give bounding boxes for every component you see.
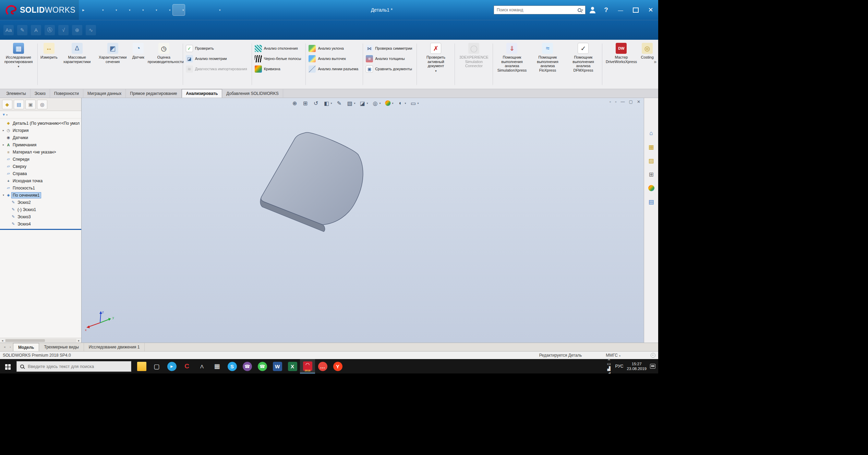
dropdown-caret-icon[interactable] <box>366 102 368 105</box>
doc-close-icon[interactable]: ✕ <box>637 99 640 104</box>
filter-funnel-icon[interactable] <box>2 113 8 116</box>
rebuild-button[interactable] <box>186 4 196 15</box>
model-loft-body[interactable] <box>82 98 644 343</box>
tree-item-right-plane[interactable]: Справа <box>0 170 81 177</box>
search-icon[interactable] <box>578 8 581 12</box>
dropdown-caret-icon[interactable] <box>156 9 157 12</box>
ribbon-button-compare-documents[interactable]: Сравнить документы <box>364 64 415 74</box>
tree-item-sketch4[interactable]: Эскиз4 <box>0 220 81 228</box>
tree-item-sensors[interactable]: Датчики <box>0 134 81 141</box>
window-maximize-button[interactable] <box>628 0 643 20</box>
whatsapp[interactable] <box>255 359 270 373</box>
display-manager-tab[interactable] <box>37 100 47 109</box>
ribbon-button-driveworksxpress[interactable]: Мастер DriveWorksXpress <box>603 41 639 64</box>
tab-motion-study-1[interactable]: Исследование движения 1 <box>84 343 145 351</box>
view-palette-tab[interactable] <box>646 169 657 180</box>
ribbon-button-parting-line-analysis[interactable]: Анализ линии разъема <box>307 64 362 74</box>
hidden-apps[interactable] <box>194 359 209 373</box>
action-center-icon[interactable] <box>650 364 655 369</box>
tree-item-front-plane[interactable]: Спереди <box>0 156 81 163</box>
appearances-tab[interactable] <box>646 183 657 193</box>
ribbon-button-symmetry-check[interactable]: Проверка симметрии <box>364 43 415 53</box>
ribbon-button-deviation-analysis[interactable]: Анализ отклонения <box>253 43 305 53</box>
property-manager-tab[interactable] <box>14 100 24 109</box>
ribbon-button-zebra-stripes[interactable]: Черно-белые полосы <box>253 53 305 64</box>
ribbon-overflow-icon[interactable]: » <box>654 59 656 64</box>
ribbon-button-sensor[interactable]: Датчик <box>131 41 146 60</box>
tree-item-plane1[interactable]: Плоскость1 <box>0 184 81 192</box>
tree-item-part[interactable]: Деталь1 (По умолчанию<<По умол <box>0 120 81 127</box>
tray-network[interactable] <box>606 366 612 371</box>
solidworks[interactable]: 2018 <box>300 359 315 373</box>
window-minimize-button[interactable] <box>613 0 628 20</box>
zoom-area-button[interactable] <box>301 99 309 107</box>
store[interactable] <box>149 359 164 373</box>
dropdown-caret-icon[interactable] <box>354 102 355 105</box>
feature-manager-tab[interactable] <box>2 100 12 109</box>
file-explorer[interactable] <box>134 359 149 373</box>
ribbon-button-draft-analysis[interactable]: Анализ уклона <box>307 43 362 53</box>
dropdown-caret-icon[interactable] <box>116 9 117 12</box>
ribbon-button-curvature[interactable]: Кривизна <box>253 64 305 74</box>
tree-item-origin[interactable]: Исходная точка <box>0 177 81 184</box>
edit-appearance-button[interactable] <box>384 99 394 107</box>
dropdown-caret-icon[interactable]: ▼ <box>435 70 437 73</box>
command-search-input[interactable] <box>496 7 578 13</box>
view-orientation-button[interactable] <box>346 99 356 107</box>
zoom-fit-button[interactable] <box>290 99 299 107</box>
doc-new-window-icon[interactable]: ▫ <box>615 99 616 104</box>
help-button[interactable]: ? <box>599 0 613 20</box>
taskbar-clock[interactable]: 15:27 23.08.2019 <box>627 361 647 371</box>
dropdown-caret-icon[interactable] <box>169 9 170 12</box>
ribbon-button-undercut-analysis[interactable]: Анализ выточек <box>307 53 362 64</box>
dropdown-caret-icon[interactable] <box>330 102 332 105</box>
dropdown-caret-icon[interactable]: ▼ <box>17 65 20 68</box>
rollback-bar[interactable] <box>0 229 81 230</box>
doc-maximize-icon[interactable]: ▢ <box>629 99 633 104</box>
tree-item-material[interactable]: Материал <не указан> <box>0 148 81 156</box>
tree-item-sketch1[interactable]: (-) Эскиз1 <box>0 206 81 213</box>
select-button[interactable] <box>173 4 185 15</box>
doc-restore-icon[interactable]: ▫ <box>610 99 611 104</box>
apply-scene-button[interactable] <box>396 99 407 107</box>
ribbon-button-performance-evaluation[interactable]: Оценка производительности <box>146 41 182 64</box>
red-c-app[interactable] <box>179 359 194 373</box>
ribbon-button-floxpress[interactable]: Помощник выполнения анализа FloXpress <box>530 41 565 73</box>
chat-app[interactable] <box>315 359 330 373</box>
file-explorer-tab[interactable] <box>646 156 657 166</box>
tree-item-sketch3[interactable]: Эскиз3 <box>0 213 81 220</box>
dropdown-caret-icon[interactable] <box>142 9 144 12</box>
tab-features[interactable]: Элементы <box>2 89 31 98</box>
yandex-browser[interactable] <box>330 359 345 373</box>
excel[interactable] <box>285 359 300 373</box>
expander-icon[interactable]: ▸ <box>1 143 5 146</box>
expander-icon[interactable]: ▾ <box>1 194 5 197</box>
ribbon-button-mass-properties[interactable]: Массовые характеристики <box>59 41 95 64</box>
ribbon-button-section-properties[interactable]: Характеристики сечения <box>95 41 131 64</box>
new-document-button[interactable] <box>106 4 118 15</box>
tab-evaluate[interactable]: Анализировать <box>182 89 222 98</box>
ribbon-button-costing[interactable]: Costing <box>639 41 655 60</box>
dropdown-caret-icon[interactable] <box>405 102 406 105</box>
scroll-right-icon[interactable] <box>76 339 81 342</box>
tray-battery[interactable] <box>606 361 612 366</box>
display-style-button[interactable] <box>358 99 369 107</box>
tab-scroll-left-icon[interactable] <box>8 343 13 351</box>
skype[interactable] <box>225 359 240 373</box>
section-view-button[interactable] <box>322 99 333 107</box>
dropdown-caret-icon[interactable] <box>417 102 419 105</box>
dropdown-caret-icon[interactable] <box>182 9 184 12</box>
ribbon-button-simulationxpress[interactable]: Помощник выполнения анализа SimulationXp… <box>494 41 530 73</box>
configuration-manager-tab[interactable] <box>25 100 36 109</box>
tab-solidworks-addins[interactable]: Добавления SOLIDWORKS <box>222 89 283 98</box>
quick-tip-icon[interactable] <box>651 353 655 358</box>
taskbar-search-input[interactable] <box>27 364 128 369</box>
file-properties-button[interactable] <box>198 4 208 15</box>
messenger[interactable] <box>164 359 179 373</box>
viber[interactable] <box>240 359 255 373</box>
tab-data-migration[interactable]: Миграция данных <box>83 89 126 98</box>
undo-button[interactable] <box>159 4 171 15</box>
scrollbar-thumb[interactable] <box>5 339 45 342</box>
save-button[interactable] <box>133 4 145 15</box>
previous-view-button[interactable] <box>312 99 320 107</box>
